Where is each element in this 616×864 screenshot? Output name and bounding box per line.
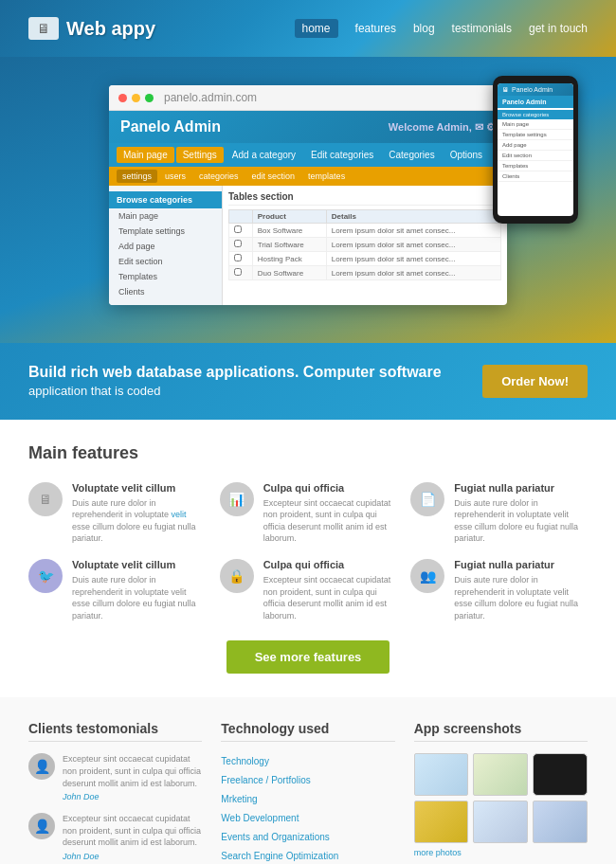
testimonial-item: 👤 Excepteur sint occaecat cupidatat non …: [28, 813, 202, 861]
sidebar-main-page[interactable]: Main page: [109, 208, 222, 224]
screenshot-thumb[interactable]: [414, 753, 469, 796]
tech-link-webdev[interactable]: Web Development: [221, 813, 299, 823]
menu-mainpage[interactable]: Main page: [117, 147, 174, 163]
admin-header-right: Welcome Admin, ✉ ⚙: [389, 121, 496, 134]
tech-link-marketing[interactable]: Mrketing: [221, 794, 257, 804]
menu-editcat[interactable]: Edit categories: [304, 147, 380, 163]
product-name: Box Software: [252, 224, 326, 238]
row-checkbox[interactable]: [234, 254, 242, 261]
feature-body: Excepteur sint occaecat cupidatat non pr…: [263, 497, 397, 545]
testimonial-author: John Doe: [63, 852, 202, 861]
sidebar-templates[interactable]: Templates: [109, 269, 222, 284]
testimonial-avatar: 👤: [28, 813, 55, 839]
submenu-users[interactable]: users: [159, 170, 191, 183]
nav-home[interactable]: home: [295, 19, 338, 38]
logo-area: 🖥 Web appy: [28, 17, 155, 40]
testimonial-text: Excepteur sint occaecat cupidatat non pr…: [63, 753, 202, 789]
screenshot-thumb[interactable]: [473, 753, 528, 796]
nav-contact[interactable]: get in touch: [529, 22, 588, 35]
phone-screen-header: 🖥 Panelo Admin: [498, 83, 573, 96]
product-name: Hosting Pack: [252, 252, 326, 266]
menu-settings[interactable]: Settings: [176, 147, 224, 163]
sidebar-edit-section[interactable]: Edit section: [109, 254, 222, 269]
admin-menu: Main page Settings Add a category Edit c…: [109, 143, 507, 167]
order-now-button[interactable]: Order Now!: [482, 365, 588, 398]
feature-item: 🖥 Voluptate velit cillum Duis aute rure …: [28, 482, 206, 545]
nav-features[interactable]: features: [355, 22, 396, 35]
product-details: Lorem ipsum dolor sit amet consec...: [326, 266, 500, 280]
sidebar-template-settings[interactable]: Template settings: [109, 224, 222, 239]
admin-header: Panelo Admin Welcome Admin, ✉ ⚙: [109, 111, 507, 143]
submenu-templates[interactable]: templates: [302, 170, 351, 183]
phone-header-text: Panelo Admin: [512, 86, 553, 93]
feature-title: Fugiat nulla pariatur: [454, 482, 588, 494]
screenshot-thumb[interactable]: [414, 801, 469, 843]
feature-body: Duis aute rure dolor in reprehenderit in…: [72, 574, 206, 621]
testimonial-content: Excepteur sint occaecat cupidatat non pr…: [63, 813, 202, 861]
menu-addcat[interactable]: Add a category: [226, 147, 302, 163]
logo-icon: 🖥: [28, 17, 59, 40]
tech-link-seo[interactable]: Search Engine Optimization: [221, 851, 338, 861]
feature-item: 👥 Fugiat nulla pariatur Duis aute rure d…: [410, 559, 588, 621]
product-name: Duo Software: [252, 266, 326, 280]
cta-text-line2: application that is coded: [28, 383, 442, 400]
submenu-settings[interactable]: settings: [117, 170, 157, 183]
submenu-editsection[interactable]: edit section: [246, 170, 301, 183]
testimonial-avatar: 👤: [28, 753, 55, 780]
list-item: Search Engine Optimization: [221, 848, 394, 862]
tech-link-technology[interactable]: Technology: [221, 756, 269, 766]
screenshot-thumb[interactable]: [533, 801, 588, 843]
row-checkbox[interactable]: [234, 240, 242, 247]
product-name: Trial Software: [252, 238, 326, 252]
sidebar-add-page[interactable]: Add page: [109, 239, 222, 254]
feature-body: Duis aute rure dolor in reprehenderit in…: [72, 497, 206, 545]
admin-table: Product Details Box Software Lorem ipsum…: [228, 209, 501, 280]
testimonials-title: Clients testomonials: [28, 721, 202, 742]
row-checkbox[interactable]: [234, 225, 242, 233]
nav-blog[interactable]: blog: [413, 22, 435, 35]
feature-text: Culpa qui officia Excepteur sint occaeca…: [263, 559, 397, 621]
admin-preview: panelo.admin.com Panelo Admin Welcome Ad…: [109, 85, 507, 305]
phone-screen-title: Panelo Admin: [498, 96, 573, 108]
sidebar-clients[interactable]: Clients: [109, 284, 222, 299]
table-row: Hosting Pack Lorem ipsum dolor sit amet …: [229, 252, 501, 266]
see-more-button[interactable]: See more features: [226, 640, 390, 674]
tech-link-events[interactable]: Events and Organizations: [221, 832, 330, 842]
feature-icon-monitor: 🖥: [28, 482, 63, 516]
admin-title-bar: panelo.admin.com: [109, 85, 507, 111]
feature-title: Voluptate velit cillum: [72, 482, 206, 494]
table-header-product: Product: [252, 210, 326, 224]
nav-testimonials[interactable]: testimonials: [452, 22, 512, 35]
traffic-light-red: [118, 94, 127, 102]
hero-section: panelo.admin.com Panelo Admin Welcome Ad…: [0, 57, 616, 343]
testimonial-item: 👤 Excepteur sint occaecat cupidatat non …: [28, 753, 202, 801]
feature-text: Voluptate velit cillum Duis aute rure do…: [72, 559, 206, 621]
menu-categories[interactable]: Categories: [382, 147, 441, 163]
list-item: Technology: [221, 753, 394, 767]
menu-options[interactable]: Options: [444, 147, 489, 163]
tech-links-list: Technology Freelance / Portfolios Mrketi…: [221, 753, 394, 862]
phone-header-icon: 🖥: [502, 86, 509, 93]
site-title: Web appy: [66, 18, 155, 40]
tech-link-freelance[interactable]: Freelance / Portfolios: [221, 775, 311, 785]
admin-content-title: Tables section: [228, 191, 501, 206]
table-row: Box Software Lorem ipsum dolor sit amet …: [229, 224, 501, 238]
more-photos-link[interactable]: more photos: [414, 848, 588, 857]
phone-sidebar-title: Browse categories: [498, 110, 573, 119]
screenshot-thumb-phone[interactable]: [533, 753, 588, 796]
row-checkbox[interactable]: [234, 268, 242, 276]
phone-menu-item: Main page: [498, 119, 573, 130]
feature-icon-doc: 📄: [410, 482, 444, 516]
screenshot-thumb[interactable]: [473, 801, 528, 843]
cta-text: Build rich web database applications. Co…: [28, 362, 442, 401]
list-item: Events and Organizations: [221, 829, 394, 843]
list-item: Freelance / Portfolios: [221, 772, 394, 786]
testimonial-content: Excepteur sint occaecat cupidatat non pr…: [63, 753, 202, 801]
testimonial-text: Excepteur sint occaecat cupidatat non pr…: [63, 813, 202, 849]
table-row: Trial Software Lorem ipsum dolor sit ame…: [229, 238, 501, 252]
feature-link[interactable]: velit: [172, 510, 187, 519]
submenu-categories[interactable]: categories: [193, 170, 245, 183]
admin-title: Panelo Admin: [120, 118, 221, 135]
traffic-light-yellow: [132, 94, 140, 102]
cta-text-line1: Build rich web database applications. Co…: [28, 362, 442, 383]
